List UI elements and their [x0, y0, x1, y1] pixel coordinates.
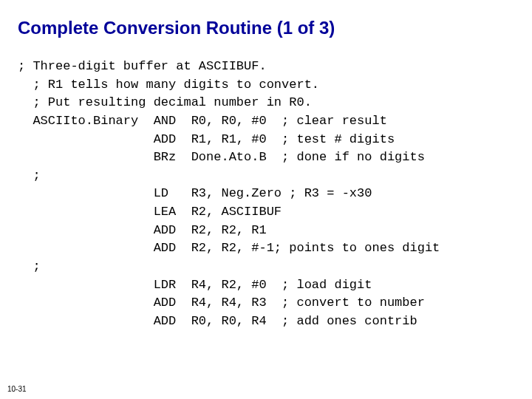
code-line: ADD R1, R1, #0 ; test # digits: [18, 132, 395, 146]
code-line: ADD R2, R2, R1: [18, 223, 267, 237]
code-line: ADD R4, R4, R3 ; convert to number: [18, 296, 425, 310]
page-number: 10-31: [7, 385, 27, 393]
code-line: LD R3, Neg.Zero ; R3 = -x30: [18, 186, 372, 200]
page-title: Complete Conversion Routine (1 of 3): [18, 18, 514, 38]
code-line: ADD R0, R0, R4 ; add ones contrib: [18, 314, 417, 328]
code-line: ; Put resulting decimal number in R0.: [18, 95, 312, 109]
code-line: LEA R2, ASCIIBUF: [18, 205, 282, 219]
code-line: BRz Done.Ato.B ; done if no digits: [18, 150, 425, 164]
code-line: ;: [18, 168, 41, 183]
code-line: ; Three-digit buffer at ASCIIBUF.: [18, 59, 267, 73]
code-line: ;: [18, 259, 41, 273]
code-line: LDR R4, R2, #0 ; load digit: [18, 278, 372, 292]
code-line: ADD R2, R2, #-1; points to ones digit: [18, 241, 440, 255]
code-block: ; Three-digit buffer at ASCIIBUF. ; R1 t…: [18, 58, 514, 331]
code-line: ; R1 tells how many digits to convert.: [18, 78, 319, 92]
code-line: ASCIIto.Binary AND R0, R0, #0 ; clear re…: [18, 114, 387, 128]
slide: Complete Conversion Routine (1 of 3) ; T…: [0, 0, 532, 399]
